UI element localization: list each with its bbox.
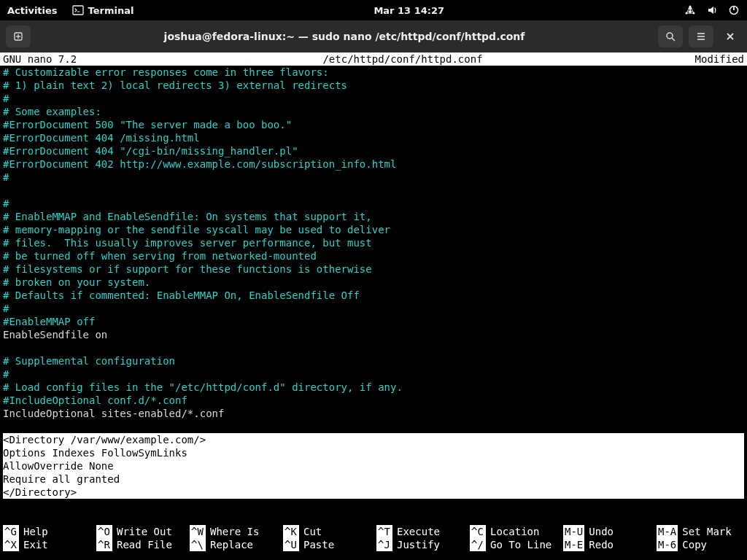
help-key: ^/ [470, 538, 486, 551]
svg-line-10 [672, 38, 675, 41]
menu-button[interactable] [689, 26, 713, 47]
window-titlebar: joshua@fedora-linux:~ — sudo nano /etc/h… [0, 20, 747, 52]
help-column: ^GHelp^XExit [3, 525, 90, 551]
help-item: ^/Go To Line [470, 538, 557, 551]
nano-version: GNU nano 7.2 [3, 52, 149, 66]
editor-line: # [3, 302, 744, 315]
editor-line: # [3, 368, 744, 381]
editor-line: # Load config files in the "/etc/httpd/c… [3, 381, 744, 394]
editor-selected-line: AllowOverride None [3, 459, 744, 472]
help-item: M-6Copy [657, 538, 744, 551]
activities-button[interactable]: Activities [7, 5, 58, 16]
help-item: ^TExecute [376, 525, 464, 538]
nano-filename: /etc/httpd/conf/httpd.conf [149, 52, 657, 66]
network-icon[interactable] [684, 4, 696, 16]
clock[interactable]: Mar 13 14:27 [133, 5, 684, 16]
help-label: Read File [117, 538, 172, 551]
close-button[interactable] [719, 26, 741, 47]
nano-status: Modified [657, 52, 744, 66]
svg-rect-0 [73, 6, 83, 15]
help-item: ^UPaste [283, 538, 371, 551]
help-label: Execute [397, 525, 440, 538]
help-item: ^OWrite Out [96, 525, 184, 538]
help-label: Help [23, 525, 48, 538]
help-key: ^\ [190, 538, 206, 551]
help-label: Cut [303, 525, 322, 538]
help-key: M-U [563, 525, 584, 538]
editor-line [3, 184, 744, 197]
nano-help-bar: ^GHelp^XExit^OWrite Out^RRead File^WWher… [0, 525, 747, 551]
editor-line: #EnableMMAP off [3, 315, 744, 328]
app-indicator[interactable]: Terminal [72, 4, 134, 16]
editor-line: #ErrorDocument 404 /missing.html [3, 131, 744, 144]
editor-line: # EnableMMAP and EnableSendfile: On syst… [3, 210, 744, 223]
help-item: ^GHelp [3, 525, 90, 538]
help-label: Write Out [117, 525, 172, 538]
help-key: ^K [283, 525, 299, 538]
search-button[interactable] [658, 26, 683, 47]
editor-selected-line: <Directory /var/www/example.com/> [3, 433, 744, 446]
power-icon[interactable] [728, 4, 740, 16]
help-item: ^CLocation [470, 525, 557, 538]
nano-editor-content[interactable]: # Customizable error responses come in t… [0, 66, 747, 499]
help-key: M-E [563, 538, 584, 551]
help-item: M-ASet Mark [657, 525, 744, 538]
search-icon [665, 31, 676, 42]
help-column: ^KCut^UPaste [283, 525, 371, 551]
svg-point-9 [667, 33, 673, 39]
editor-line: # files. This usually improves server pe… [3, 236, 744, 249]
editor-line: #ErrorDocument 404 "/cgi-bin/missing_han… [3, 144, 744, 158]
help-key: ^U [283, 538, 299, 551]
help-column: ^CLocation^/Go To Line [470, 525, 557, 551]
help-column: M-ASet MarkM-6Copy [657, 525, 744, 551]
editor-line: # memory-mapping or the sendfile syscall… [3, 223, 744, 236]
help-label: Paste [303, 538, 334, 551]
editor-selected-line: </Directory> [3, 486, 744, 499]
hamburger-icon [695, 31, 707, 42]
editor-line: # Some examples: [3, 105, 744, 118]
editor-line [3, 420, 744, 433]
help-label: Justify [397, 538, 440, 551]
editor-line: # filesystems or if support for these fu… [3, 262, 744, 276]
editor-line: EnableSendfile on [3, 328, 744, 341]
help-key: ^T [376, 525, 392, 538]
editor-line: # [3, 92, 744, 105]
help-key: ^C [470, 525, 486, 538]
help-key: ^J [376, 538, 392, 551]
editor-line: # Defaults if commented: EnableMMAP On, … [3, 289, 744, 302]
help-label: Copy [682, 538, 707, 551]
editor-line: #IncludeOptional conf.d/*.conf [3, 394, 744, 407]
app-name-label: Terminal [88, 5, 134, 16]
blank-line [0, 512, 747, 525]
help-item: M-UUndo [563, 525, 651, 538]
help-key: ^R [96, 538, 112, 551]
help-key: M-A [657, 525, 678, 538]
editor-line: #ErrorDocument 402 http://www.example.co… [3, 158, 744, 171]
editor-line: # 1) plain text 2) local redirects 3) ex… [3, 79, 744, 92]
volume-icon[interactable] [706, 4, 718, 16]
help-key: M-6 [657, 538, 678, 551]
help-column: M-UUndoM-ERedo [563, 525, 651, 551]
editor-line [3, 341, 744, 354]
new-tab-button[interactable] [6, 26, 31, 47]
help-column: ^OWrite Out^RRead File [96, 525, 184, 551]
editor-line: # Supplemental configuration [3, 354, 744, 368]
gnome-top-bar: Activities Terminal Mar 13 14:27 [0, 0, 747, 20]
help-label: Replace [210, 538, 253, 551]
help-item: ^RRead File [96, 538, 184, 551]
terminal-viewport[interactable]: GNU nano 7.2 /etc/httpd/conf/httpd.conf … [0, 52, 747, 560]
editor-line: #ErrorDocument 500 "The server made a bo… [3, 118, 744, 131]
help-key: ^O [96, 525, 112, 538]
help-key: ^G [3, 525, 19, 538]
editor-line: # [3, 171, 744, 184]
editor-line: IncludeOptional sites-enabled/*.conf [3, 407, 744, 420]
help-item: ^JJustify [376, 538, 464, 551]
help-key: ^W [190, 525, 206, 538]
editor-line: # Customizable error responses come in t… [3, 66, 744, 79]
close-icon [725, 31, 735, 42]
help-column: ^TExecute^JJustify [376, 525, 464, 551]
editor-line: # be turned off when serving from networ… [3, 249, 744, 262]
help-label: Exit [23, 538, 48, 551]
editor-line: # broken on your system. [3, 276, 744, 289]
help-item: ^\Replace [190, 538, 277, 551]
